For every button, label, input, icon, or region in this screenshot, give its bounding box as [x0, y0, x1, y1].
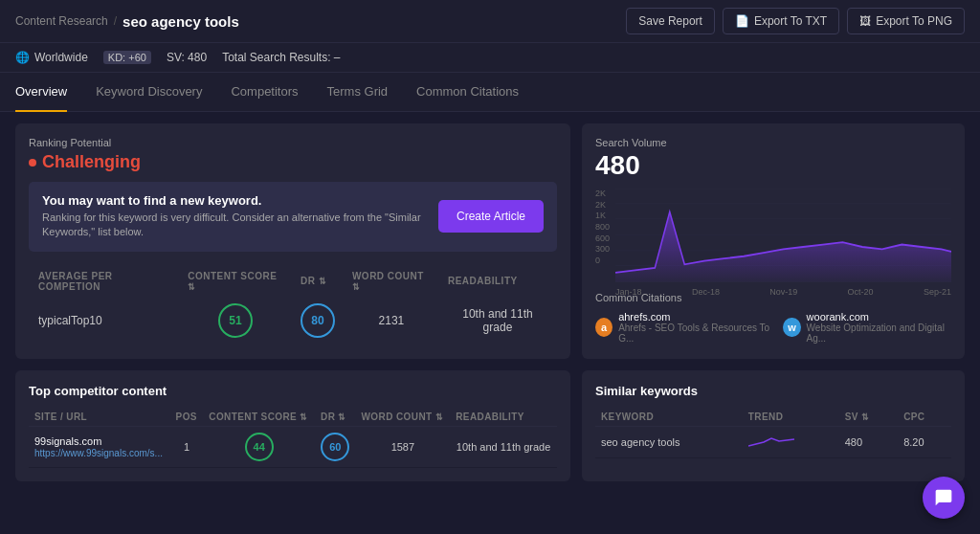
notice-title: You may want to find a new keyword. [42, 193, 429, 208]
header-actions: Save Report 📄 Export To TXT 🖼 Export To … [626, 8, 965, 34]
trend-sparkline [748, 433, 796, 450]
kw-sv: 480 [839, 426, 898, 457]
kw-trend [743, 426, 839, 457]
ranking-card: Ranking Potential Challenging You may wa… [15, 123, 570, 359]
avg-content-score: 51 [180, 298, 291, 344]
image-icon: 🖼 [859, 14, 871, 28]
breadcrumb-label: Content Research [15, 14, 108, 28]
woorank-desc: Website Optimization and Digital Ag... [807, 323, 951, 344]
ranking-potential-label: Ranking Potential [29, 137, 557, 148]
doc-icon: 📄 [735, 14, 749, 28]
sv-indicator: SV: 480 [167, 51, 207, 64]
col-avg-per-comp: AVERAGE PER COMPETION [31, 267, 178, 296]
challenging-status: Challenging [29, 152, 557, 172]
notice-text: You may want to find a new keyword. Rank… [42, 193, 429, 240]
breadcrumb-sep: / [114, 14, 117, 28]
create-article-button[interactable]: Create Article [438, 200, 544, 233]
td-site: 99signals.com https://www.99signals.com/… [29, 426, 170, 467]
sv-label: SV: 480 [167, 51, 207, 64]
dr-badge: 80 [301, 303, 335, 338]
tabs-bar: Overview Keyword Discovery Competitors T… [0, 73, 980, 112]
globe-icon: 🌐 [15, 51, 30, 64]
status-dot [29, 159, 36, 167]
th-word-count: WORD COUNT ⇅ [356, 408, 451, 427]
col-content-score: CONTENT SCORE ⇅ [180, 267, 291, 296]
tab-terms-grid[interactable]: Terms Grid [327, 73, 389, 112]
th-dr: DR ⇅ [315, 408, 355, 427]
site-name: 99signals.com [34, 435, 165, 447]
woorank-icon: w [783, 318, 800, 337]
page-title: seo agency tools [122, 13, 239, 30]
tab-common-citations[interactable]: Common Citations [416, 73, 519, 112]
th-keyword: KEYWORD [595, 408, 743, 427]
save-report-button[interactable]: Save Report [626, 8, 715, 34]
th-content-score: CONTENT SCORE ⇅ [203, 408, 315, 427]
avg-table: AVERAGE PER COMPETION CONTENT SCORE ⇅ DR… [29, 265, 557, 345]
tab-keyword-discovery[interactable]: Keyword Discovery [96, 73, 202, 112]
similar-keywords-card: Similar keywords KEYWORD TREND SV ⇅ CPC … [582, 370, 965, 481]
th-site-url: SITE / URL [29, 408, 170, 427]
total-results-label: Total Search Results: – [222, 51, 340, 64]
table-row: 99signals.com https://www.99signals.com/… [29, 426, 557, 467]
total-results: Total Search Results: – [222, 51, 340, 64]
th-sv: SV ⇅ [839, 408, 898, 427]
avg-row: typicalTop10 51 80 2131 10th and 11th gr… [31, 298, 555, 344]
td-wc: 1587 [356, 426, 451, 467]
chart-container: Jan-18 Dec-18 Nov-19 Oct-20 Sep-21 [615, 189, 951, 282]
td-pos: 1 [170, 426, 204, 467]
kd-badge: KD: +60 [103, 51, 151, 64]
avg-readability: 10th and 11th grade [440, 298, 555, 344]
competitor-card: Top competitor content SITE / URL POS CO… [15, 370, 570, 481]
search-volume-chart [615, 189, 951, 282]
worldwide-selector[interactable]: 🌐 Worldwide [15, 51, 88, 64]
competitor-title: Top competitor content [29, 384, 557, 398]
th-pos: POS [170, 408, 204, 427]
td-cs: 44 [203, 426, 315, 467]
td-read: 10th and 11th grade [450, 426, 557, 467]
citation-item-ahrefs: a ahrefs.com Ahrefs - SEO Tools & Resour… [595, 311, 771, 344]
sv-number: 480 [595, 150, 951, 181]
main-content: Ranking Potential Challenging You may wa… [0, 112, 980, 370]
search-volume-card: Search Volume 480 2K 2K 1K 800 600 300 0 [582, 123, 965, 359]
bottom-section: Top competitor content SITE / URL POS CO… [0, 370, 980, 493]
th-cpc: CPC [898, 408, 951, 427]
th-trend: TREND [743, 408, 839, 427]
export-txt-button[interactable]: 📄 Export To TXT [723, 8, 839, 34]
kd-indicator: KD: +60 [103, 51, 151, 64]
top-header: Content Research / seo agency tools Save… [0, 0, 980, 43]
export-png-button[interactable]: 🖼 Export To PNG [847, 8, 965, 34]
worldwide-label: Worldwide [34, 51, 88, 64]
competitor-table: SITE / URL POS CONTENT SCORE ⇅ DR ⇅ WORD… [29, 408, 557, 468]
avg-word-count: 2131 [345, 298, 438, 344]
chat-bubble-button[interactable] [923, 477, 965, 519]
col-word-count: WORD COUNT ⇅ [345, 267, 438, 296]
th-readability: READABILITY [450, 408, 557, 427]
breadcrumb: Content Research / seo agency tools [15, 13, 239, 30]
avg-row-label: typicalTop10 [31, 298, 178, 344]
similar-keywords-table: KEYWORD TREND SV ⇅ CPC seo agency tools … [595, 408, 951, 458]
dr-badge-row: 60 [321, 433, 349, 461]
ahrefs-desc: Ahrefs - SEO Tools & Resources To G... [618, 323, 771, 344]
sv-card-label: Search Volume [595, 137, 951, 148]
kw-cpc: 8.20 [898, 426, 951, 457]
ahrefs-name: ahrefs.com [618, 311, 771, 323]
avg-dr: 80 [293, 298, 343, 344]
site-url-link[interactable]: https://www.99signals.com/s... [34, 448, 163, 458]
chat-icon [934, 488, 953, 507]
toolbar: 🌐 Worldwide KD: +60 SV: 480 Total Search… [0, 43, 980, 73]
citation-item-woorank: w woorank.com Website Optimization and D… [783, 311, 951, 344]
cs-badge: 44 [245, 433, 274, 461]
citations-list: a ahrefs.com Ahrefs - SEO Tools & Resour… [595, 311, 951, 344]
td-dr: 60 [315, 426, 355, 467]
notice-body: Ranking for this keyword is very difficu… [42, 211, 429, 240]
woorank-name: woorank.com [807, 311, 951, 323]
kw-keyword: seo agency tools [595, 426, 743, 457]
notice-box: You may want to find a new keyword. Rank… [29, 182, 557, 252]
similar-keywords-title: Similar keywords [595, 384, 951, 398]
col-readability: READABILITY [440, 267, 555, 296]
tab-competitors[interactable]: Competitors [231, 73, 298, 112]
kw-row: seo agency tools 480 8.20 [595, 426, 951, 457]
tab-overview[interactable]: Overview [15, 73, 67, 112]
ahrefs-icon: a [595, 318, 612, 337]
col-dr: DR ⇅ [293, 267, 343, 296]
